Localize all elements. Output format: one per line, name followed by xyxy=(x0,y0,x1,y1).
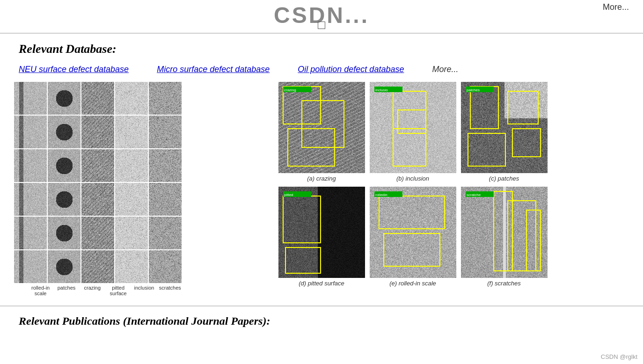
grid-cell xyxy=(48,183,80,216)
grid-cell xyxy=(149,116,182,148)
grid-cell xyxy=(81,82,114,115)
rolledin-image xyxy=(370,187,456,278)
main-content: rolled-in scalepatchescrazingpitted surf… xyxy=(0,82,643,306)
grid-cell xyxy=(149,183,182,216)
grid-cell xyxy=(115,149,148,182)
grid-cell xyxy=(48,116,80,148)
patches-image xyxy=(461,82,548,173)
grid-cell xyxy=(14,217,47,249)
grid-cell xyxy=(81,183,114,216)
database-links: NEU surface defect database Micro surfac… xyxy=(0,61,643,82)
grid-cell xyxy=(81,116,114,148)
grid-cell xyxy=(115,183,148,216)
grid-column-label: pitted surface xyxy=(106,285,131,296)
detection-item-crazing: (a) crazing xyxy=(278,82,365,182)
grid-cell xyxy=(48,250,80,283)
rolledin-label: (e) rolled-in scale xyxy=(389,280,436,287)
detection-row-bottom: (d) pitted surface (e) rolled-in scale (… xyxy=(197,187,629,287)
inclusion-label: (b) inclusion xyxy=(396,175,429,182)
grid-cell xyxy=(149,217,182,249)
image-grid xyxy=(14,82,183,283)
detection-item-rolledin: (e) rolled-in scale xyxy=(370,187,456,287)
scratches-label: (f) scratches xyxy=(487,280,521,287)
grid-cell xyxy=(14,116,47,148)
publications-title: Relevant Publications (International Jou… xyxy=(0,306,643,332)
grid-labels: rolled-in scalepatchescrazingpitted surf… xyxy=(14,283,183,296)
detection-row-top: (a) crazing (b) inclusion (c) patches xyxy=(197,82,629,182)
inclusion-image xyxy=(370,82,456,173)
grid-cell xyxy=(81,217,114,249)
grid-cell xyxy=(14,82,47,115)
grid-column-label: inclusion xyxy=(132,285,156,296)
detection-item-pitted: (d) pitted surface xyxy=(278,187,365,287)
top-checkbox[interactable] xyxy=(318,22,325,29)
grid-cell xyxy=(14,149,47,182)
relevant-database-title: Relevant Database: xyxy=(0,34,643,61)
oil-database-link[interactable]: Oil pollution defect database xyxy=(298,65,404,74)
grid-cell xyxy=(48,149,80,182)
grid-cell xyxy=(81,250,114,283)
right-section: (a) crazing (b) inclusion (c) patches (d… xyxy=(197,82,629,296)
left-section: rolled-in scalepatchescrazingpitted surf… xyxy=(14,82,183,296)
pitted-label: (d) pitted surface xyxy=(299,280,344,287)
detection-item-inclusion: (b) inclusion xyxy=(370,82,456,182)
crazing-label: (a) crazing xyxy=(307,175,336,182)
pitted-image xyxy=(278,187,365,278)
grid-cell xyxy=(115,116,148,148)
top-more[interactable]: More... xyxy=(603,2,629,12)
database-more[interactable]: More... xyxy=(432,65,458,74)
grid-cell xyxy=(149,82,182,115)
grid-cell xyxy=(149,250,182,283)
crazing-image xyxy=(278,82,365,173)
detection-item-patches: (c) patches xyxy=(461,82,548,182)
scratches-image xyxy=(461,187,548,278)
grid-cell xyxy=(14,250,47,283)
grid-cell xyxy=(115,82,148,115)
watermark: CSDN @rglkt xyxy=(601,353,637,360)
grid-column-label: scratches xyxy=(158,285,183,296)
top-bar: CSDN... More... xyxy=(0,0,643,34)
grid-cell xyxy=(48,217,80,249)
patches-label: (c) patches xyxy=(489,175,519,182)
grid-column-label: rolled-in scale xyxy=(28,285,53,296)
grid-cell xyxy=(115,250,148,283)
grid-column-label: crazing xyxy=(80,285,105,296)
grid-cell xyxy=(48,82,80,115)
neu-database-link[interactable]: NEU surface defect database xyxy=(19,65,129,74)
grid-cell xyxy=(14,183,47,216)
micro-database-link[interactable]: Micro surface defect database xyxy=(157,65,270,74)
grid-cell xyxy=(149,149,182,182)
detection-item-scratches: (f) scratches xyxy=(461,187,548,287)
grid-column-label: patches xyxy=(54,285,79,296)
grid-cell xyxy=(115,217,148,249)
grid-cell xyxy=(81,149,114,182)
